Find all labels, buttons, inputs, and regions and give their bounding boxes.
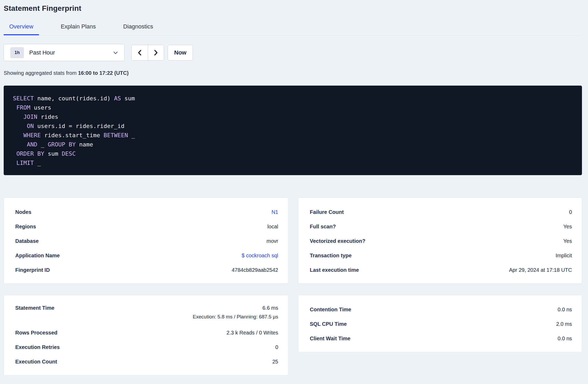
sql-line: ON users.id = rides.rider_id [13,121,574,131]
info-row: SQL CPU Time2.0 ms [310,317,572,331]
info-row: Contention Time0.0 ns [310,302,572,317]
info-row: Vectorized execution?Yes [310,234,572,248]
stats-caption-range: 16:00 to 17:22 (UTC) [78,70,128,76]
info-value-group: $ cockroach sql [242,253,278,259]
info-value-group: 0.0 ns [558,307,572,313]
info-value-group: 0 [569,209,572,215]
info-row: Fingerprint ID4784cb829aab2542 [15,263,278,277]
info-value-group: movr [267,238,278,244]
info-value-group: Yes [563,238,572,244]
info-label: Failure Count [310,209,344,215]
interval-badge: 1h [10,47,24,58]
chevron-left-icon [136,49,143,56]
info-row: Application Name$ cockroach sql [15,248,278,263]
info-value-group: 4784cb829aab2542 [232,267,278,273]
info-value: movr [267,238,278,244]
info-label: Application Name [15,253,60,259]
info-value: Implicit [556,253,572,259]
sql-line: AND _ GROUP BY name [13,140,574,149]
tab-explain-plans[interactable]: Explain Plans [55,23,101,35]
info-row: Execution Retries0 [15,340,278,355]
previous-time-button[interactable] [132,45,148,60]
info-label: Execution Count [15,359,57,365]
info-value: local [267,224,278,230]
stats-card-left: Statement Time6.6 msExecution: 5.8 ms / … [4,295,288,375]
time-picker-row: 1h Past Hour Now [4,44,582,61]
info-label: Regions [15,224,36,230]
info-value: 0.0 ns [558,336,572,342]
info-value-group: Apr 29, 2024 at 17:18 UTC [509,267,572,273]
info-row: Execution Count25 [15,355,278,369]
info-value: 4784cb829aab2542 [232,267,278,273]
info-row: Databasemovr [15,234,278,248]
chevron-down-icon [113,50,118,56]
sql-line: SELECT name, count(rides.id) AS sum [13,94,574,103]
metadata-card-right: Failure Count0Full scan?YesVectorized ex… [298,198,582,284]
info-row: Failure Count0 [310,205,572,219]
info-value: 0 [275,344,278,350]
info-row: NodesN1 [15,205,278,219]
info-value-group: 6.6 msExecution: 5.8 ms / Planning: 687.… [193,305,278,320]
info-value: Yes [563,224,572,230]
info-row: Statement Time6.6 msExecution: 5.8 ms / … [15,302,278,326]
value-link[interactable]: N1 [271,209,278,215]
info-value-group: Yes [563,224,572,230]
info-value: 0 [569,209,572,215]
stats-card-right: Contention Time0.0 nsSQL CPU Time2.0 msC… [298,295,582,352]
info-label: Full scan? [310,224,336,230]
info-row: Last execution timeApr 29, 2024 at 17:18… [310,263,572,277]
tab-diagnostics[interactable]: Diagnostics [118,23,159,35]
info-value-group: Implicit [556,253,572,259]
next-time-button[interactable] [148,45,164,60]
sql-line: WHERE rides.start_time BETWEEN _ [13,131,574,140]
info-label: Fingerprint ID [15,267,50,273]
value-link[interactable]: $ cockroach sql [242,253,278,259]
tabs-bar: Overview Explain Plans Diagnostics [4,23,582,35]
info-row: Client Wait Time0.0 ns [310,331,572,346]
page-title: Statement Fingerprint [4,0,582,13]
chevron-right-icon [152,49,159,56]
stats-caption-prefix: Showing aggregated stats from [4,70,78,76]
sql-line: LIMIT _ [13,158,574,168]
info-label: Execution Retries [15,344,60,350]
metadata-card-left: NodesN1RegionslocalDatabasemovrApplicati… [4,198,288,284]
info-label: Nodes [15,209,31,215]
info-row: Regionslocal [15,219,278,234]
info-label: SQL CPU Time [310,321,347,327]
sql-line: JOIN rides [13,112,574,121]
time-interval-dropdown[interactable]: 1h Past Hour [4,44,124,61]
info-row: Full scan?Yes [310,219,572,234]
info-label: Last execution time [310,267,359,273]
info-value-group: 25 [272,359,278,365]
info-label: Client Wait Time [310,336,350,342]
info-value-group: 0.0 ns [558,336,572,342]
info-label: Database [15,238,39,244]
info-label: Statement Time [15,305,54,311]
info-label: Transaction type [310,253,352,259]
time-range-label: Past Hour [29,49,55,56]
info-value-group: N1 [271,209,278,215]
info-value: 25 [272,359,278,365]
time-nav-button-group [131,45,164,61]
stats-caption: Showing aggregated stats from 16:00 to 1… [4,70,582,76]
info-label: Vectorized execution? [310,238,365,244]
info-value: Apr 29, 2024 at 17:18 UTC [509,267,572,273]
info-value-group: local [267,224,278,230]
info-value: 6.6 ms [262,305,278,311]
info-value: 2.3 k Reads / 0 Writes [227,330,278,336]
info-value-group: 0 [275,344,278,350]
info-value: 2.0 ms [556,321,572,327]
info-row: Rows Processed2.3 k Reads / 0 Writes [15,326,278,340]
info-row: Transaction typeImplicit [310,248,572,263]
info-value: 0.0 ns [558,307,572,313]
info-label: Rows Processed [15,330,57,336]
info-label: Contention Time [310,307,351,313]
metadata-cards-row: NodesN1RegionslocalDatabasemovrApplicati… [4,198,582,284]
now-button[interactable]: Now [168,45,193,61]
sql-line: ORDER BY sum DESC [13,149,574,158]
tab-overview[interactable]: Overview [4,23,39,35]
info-value-group: 2.0 ms [556,321,572,327]
info-subvalue: Execution: 5.8 ms / Planning: 687.5 µs [193,314,278,320]
info-value-group: 2.3 k Reads / 0 Writes [227,330,278,336]
sql-line: FROM users [13,103,574,112]
